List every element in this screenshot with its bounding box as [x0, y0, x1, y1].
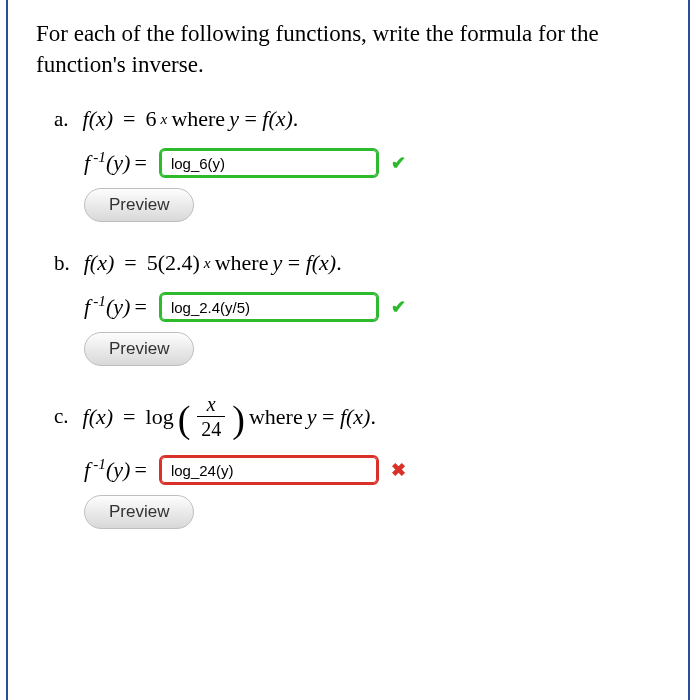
part-a-preview-button[interactable]: Preview	[84, 188, 194, 222]
part-b: b. f(x) = 5(2.4)x where y = f(x). f -1(y…	[54, 250, 660, 366]
part-c-preview-button[interactable]: Preview	[84, 495, 194, 529]
check-icon: ✔	[391, 152, 406, 174]
part-c-marker: c.	[54, 404, 69, 429]
part-b-marker: b.	[54, 251, 70, 276]
part-b-yeq: y = f(x).	[272, 250, 341, 276]
where-text: where	[215, 250, 269, 276]
part-c-answer-input[interactable]	[159, 455, 379, 485]
part-c-fraction: x 24	[197, 394, 225, 439]
part-c-lhs: f(x)	[83, 404, 114, 430]
part-c-answer-row: f -1(y)= ✖	[84, 455, 660, 485]
part-b-exp: x	[204, 254, 211, 272]
part-a-answer-input[interactable]	[159, 148, 379, 178]
part-a: a. f(x) = 6x where y = f(x). f -1(y)= ✔ …	[54, 106, 660, 222]
part-c-yeq: y = f(x).	[307, 404, 376, 430]
part-a-finv: f -1(y)=	[84, 150, 151, 176]
part-b-preview-button[interactable]: Preview	[84, 332, 194, 366]
part-a-lhs: f(x)	[83, 106, 114, 132]
part-a-yeq: y = f(x).	[229, 106, 298, 132]
part-b-answer-row: f -1(y)= ✔	[84, 292, 660, 322]
part-a-answer-row: f -1(y)= ✔	[84, 148, 660, 178]
equals: =	[123, 404, 135, 430]
where-text: where	[249, 404, 303, 430]
check-icon: ✔	[391, 296, 406, 318]
part-c-log: log	[146, 404, 174, 430]
part-a-question: a. f(x) = 6x where y = f(x).	[54, 106, 660, 132]
part-a-base: 6	[146, 106, 157, 132]
part-c: c. f(x) = log ( x 24 ) where y = f(x). f…	[54, 394, 660, 529]
part-c-finv: f -1(y)=	[84, 457, 151, 483]
equals: =	[123, 106, 135, 132]
x-icon: ✖	[391, 459, 406, 481]
part-b-finv: f -1(y)=	[84, 294, 151, 320]
part-b-coef: 5(2.4)	[147, 250, 200, 276]
part-a-marker: a.	[54, 107, 69, 132]
equals: =	[124, 250, 136, 276]
part-a-exp: x	[161, 110, 168, 128]
part-c-question: c. f(x) = log ( x 24 ) where y = f(x).	[54, 394, 660, 439]
part-b-lhs: f(x)	[84, 250, 115, 276]
question-intro: For each of the following functions, wri…	[36, 18, 660, 80]
frac-den: 24	[197, 416, 225, 439]
where-text: where	[171, 106, 225, 132]
question-frame: For each of the following functions, wri…	[6, 0, 690, 700]
part-b-question: b. f(x) = 5(2.4)x where y = f(x).	[54, 250, 660, 276]
frac-num: x	[203, 394, 220, 416]
part-b-answer-input[interactable]	[159, 292, 379, 322]
